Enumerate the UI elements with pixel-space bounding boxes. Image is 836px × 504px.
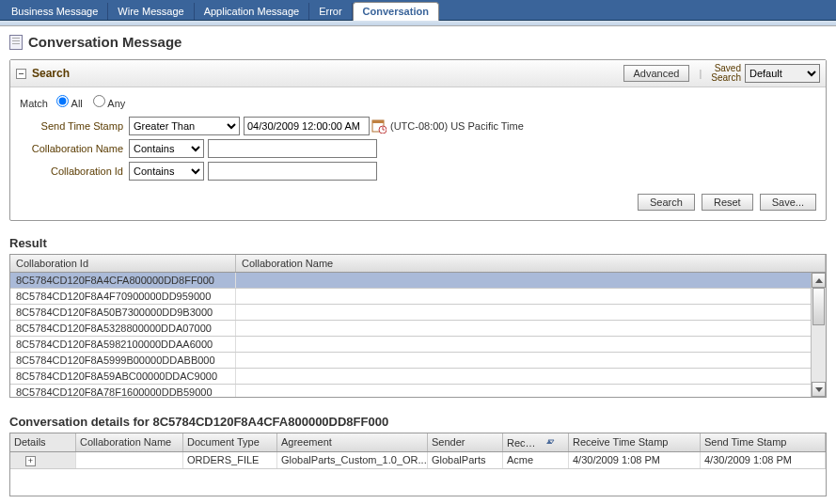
scroll-thumb[interactable] [812,288,825,325]
expand-cell: + [10,452,76,468]
details-title: Conversation details for 8C5784CD120F8A4… [0,407,836,433]
result-body: 8C5784CD120F8A4CFA800000DD8FF000 8C5784C… [10,273,826,397]
search-header: Search Advanced | Saved Search Default [10,60,826,87]
details-row[interactable]: + ORDERS_FILE GlobalParts_Custom_1.0_OR.… [10,452,826,469]
collab-id-label: Collaboration Id [20,165,123,177]
cell-sender: GlobalParts [428,452,503,468]
tab-business-message[interactable]: Business Message [2,3,108,20]
field-send-time-stamp: Send Time Stamp Greater Than (UTC-08:00)… [20,117,816,135]
cell-id: 8C5784CD120F8A50B7300000DD9B3000 [10,305,236,320]
search-body: Match All Any Send Time Stamp Greater Th… [10,87,826,220]
cell-name [236,337,826,352]
cell-name [236,289,826,304]
saved-search-label: Saved Search [711,64,741,83]
search-panel: Search Advanced | Saved Search Default M… [9,59,827,221]
tab-conversation[interactable]: Conversation [353,2,439,21]
expand-icon[interactable]: + [25,456,36,466]
advanced-button[interactable]: Advanced [623,65,690,82]
cell-name [236,369,826,384]
details-header: Details Collaboration Name Document Type… [10,433,826,452]
scrollbar[interactable] [811,273,826,397]
field-collab-name: Collaboration Name Contains [20,139,816,158]
cell-agreement: GlobalParts_Custom_1.0_OR... [277,452,428,468]
col-cname[interactable]: Collaboration Name [76,433,183,451]
cell-name [236,353,826,368]
col-receiver[interactable]: Receiver [503,433,569,451]
table-row[interactable]: 8C5784CD120F8A78F1600000DDB59000 [10,385,826,397]
cell-doctype: ORDERS_FILE [183,452,277,468]
sort-asc-icon [543,437,558,449]
page-title: Conversation Message [0,26,836,59]
cell-id: 8C5784CD120F8A4F70900000DD959000 [10,289,236,304]
tab-application-message[interactable]: Application Message [195,3,310,20]
tab-bar: Business Message Wire Message Applicatio… [0,0,836,21]
collab-id-operator[interactable]: Contains [129,162,204,181]
details-blank [10,469,826,496]
collab-name-label: Collaboration Name [20,143,123,154]
cell-id: 8C5784CD120F8A5982100000DDAA6000 [10,337,236,352]
scroll-down-icon[interactable] [812,382,826,397]
cell-id: 8C5784CD120F8A5999B00000DDABB000 [10,353,236,368]
cell-name [236,321,826,336]
field-collab-id: Collaboration Id Contains [20,162,816,181]
table-row[interactable]: 8C5784CD120F8A4F70900000DD959000 [10,289,826,305]
tab-error[interactable]: Error [309,3,352,20]
timezone-text: (UTC-08:00) US Pacific Time [390,120,524,132]
cell-name [236,273,826,288]
cell-id: 8C5784CD120F8A59ABC00000DDAC9000 [10,369,236,384]
scroll-up-icon[interactable] [812,273,826,288]
cell-receiver: Acme [503,452,569,468]
result-grid: Collaboration Id Collaboration Name 8C57… [9,254,827,398]
table-row[interactable]: 8C5784CD120F8A5999B00000DDABB000 [10,353,826,369]
cell-id: 8C5784CD120F8A78F1600000DDB59000 [10,385,236,397]
table-row[interactable]: 8C5784CD120F8A5982100000DDAA6000 [10,337,826,353]
cell-sts: 4/30/2009 1:08 PM [701,452,826,468]
send-time-stamp-input[interactable] [244,117,370,135]
cell-id: 8C5784CD120F8A5328800000DDA07000 [10,321,236,336]
cell-name [236,305,826,320]
table-row[interactable]: 8C5784CD120F8A50B7300000DD9B3000 [10,305,826,321]
reset-button[interactable]: Reset [702,194,753,211]
cell-rts: 4/30/2009 1:08 PM [569,452,701,468]
cell-cname [76,452,183,468]
search-footer: Search Reset Save... [20,184,816,211]
col-sender[interactable]: Sender [428,433,503,451]
match-all-radio[interactable]: All [56,98,83,109]
collab-id-input[interactable] [208,162,377,181]
search-button[interactable]: Search [638,194,695,211]
table-row[interactable]: 8C5784CD120F8A5328800000DDA07000 [10,321,826,337]
calendar-icon[interactable] [371,118,386,134]
result-title: Result [0,230,836,254]
col-doctype[interactable]: Document Type [183,433,277,451]
col-details[interactable]: Details [10,433,76,451]
match-label: Match [20,98,48,109]
cell-name [236,385,826,397]
col-send-time-stamp[interactable]: Send Time Stamp [701,433,826,451]
separator: | [699,68,702,79]
col-receive-time-stamp[interactable]: Receive Time Stamp [569,433,701,451]
col-agreement[interactable]: Agreement [277,433,428,451]
col-collab-name[interactable]: Collaboration Name [236,255,826,272]
cell-id: 8C5784CD120F8A4CFA800000DD8FF000 [10,273,236,288]
tab-wire-message[interactable]: Wire Message [108,3,194,20]
table-row[interactable]: 8C5784CD120F8A59ABC00000DDAC9000 [10,369,826,385]
match-any-radio[interactable]: Any [93,98,125,109]
match-row: Match All Any [20,95,816,109]
save-button[interactable]: Save... [760,194,816,211]
page-title-text: Conversation Message [28,34,181,50]
result-header: Collaboration Id Collaboration Name [10,255,826,273]
col-collab-id[interactable]: Collaboration Id [10,255,236,272]
send-time-stamp-operator[interactable]: Greater Than [129,117,240,135]
details-grid: Details Collaboration Name Document Type… [9,433,827,496]
send-time-stamp-label: Send Time Stamp [20,120,123,132]
search-title: Search [32,67,623,80]
collab-name-input[interactable] [208,139,377,158]
saved-search-select[interactable]: Default [745,64,820,83]
collab-name-operator[interactable]: Contains [129,139,204,158]
collapse-toggle-icon[interactable] [16,69,26,79]
table-row[interactable]: 8C5784CD120F8A4CFA800000DD8FF000 [10,273,826,289]
document-icon [9,35,23,50]
svg-rect-1 [372,120,384,123]
